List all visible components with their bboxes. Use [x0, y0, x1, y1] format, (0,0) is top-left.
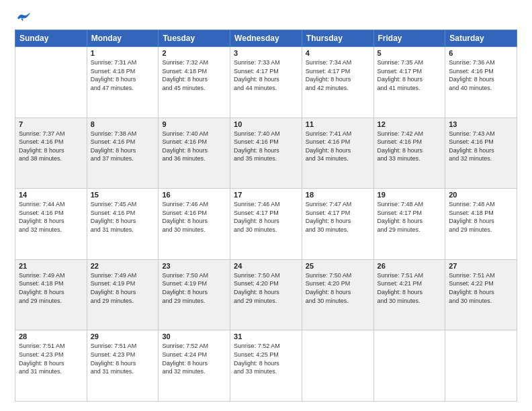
day-number: 11: [306, 120, 370, 128]
day-number: 3: [234, 49, 298, 57]
table-cell: 22Sunrise: 7:49 AM Sunset: 4:19 PM Dayli…: [87, 259, 159, 330]
table-cell: 16Sunrise: 7:46 AM Sunset: 4:16 PM Dayli…: [159, 189, 230, 260]
cell-content: Sunrise: 7:51 AM Sunset: 4:21 PM Dayligh…: [378, 271, 442, 305]
day-number: 15: [91, 191, 155, 199]
table-cell: 7Sunrise: 7:37 AM Sunset: 4:16 PM Daylig…: [15, 118, 87, 189]
cell-content: Sunrise: 7:35 AM Sunset: 4:17 PM Dayligh…: [378, 58, 442, 92]
table-cell: 6Sunrise: 7:36 AM Sunset: 4:16 PM Daylig…: [445, 47, 517, 118]
day-number: 17: [234, 191, 298, 199]
col-friday: Friday: [373, 30, 445, 47]
day-number: 16: [162, 191, 226, 199]
table-cell: 31Sunrise: 7:52 AM Sunset: 4:25 PM Dayli…: [230, 330, 302, 402]
table-cell: 18Sunrise: 7:47 AM Sunset: 4:17 PM Dayli…: [302, 189, 373, 260]
cell-content: Sunrise: 7:51 AM Sunset: 4:22 PM Dayligh…: [449, 271, 513, 305]
cell-content: Sunrise: 7:46 AM Sunset: 4:16 PM Dayligh…: [162, 200, 226, 234]
table-cell: 23Sunrise: 7:50 AM Sunset: 4:19 PM Dayli…: [159, 259, 230, 330]
day-number: 5: [378, 49, 442, 57]
table-cell: 2Sunrise: 7:32 AM Sunset: 4:18 PM Daylig…: [159, 47, 230, 118]
calendar-row: 28Sunrise: 7:51 AM Sunset: 4:23 PM Dayli…: [15, 330, 517, 402]
table-cell: 25Sunrise: 7:50 AM Sunset: 4:20 PM Dayli…: [302, 259, 373, 330]
calendar-row: 7Sunrise: 7:37 AM Sunset: 4:16 PM Daylig…: [15, 118, 517, 189]
day-number: 26: [378, 262, 442, 270]
calendar-row: 21Sunrise: 7:49 AM Sunset: 4:18 PM Dayli…: [15, 259, 517, 330]
col-sunday: Sunday: [15, 30, 87, 47]
cell-content: Sunrise: 7:52 AM Sunset: 4:24 PM Dayligh…: [162, 342, 226, 375]
cell-content: Sunrise: 7:33 AM Sunset: 4:17 PM Dayligh…: [234, 58, 298, 92]
day-number: 7: [19, 120, 83, 128]
day-number: 9: [162, 120, 226, 128]
cell-content: Sunrise: 7:51 AM Sunset: 4:23 PM Dayligh…: [19, 342, 83, 375]
day-number: 4: [306, 49, 370, 57]
day-number: 10: [234, 120, 298, 128]
table-cell: 15Sunrise: 7:45 AM Sunset: 4:16 PM Dayli…: [87, 189, 159, 260]
cell-content: Sunrise: 7:52 AM Sunset: 4:25 PM Dayligh…: [234, 342, 298, 375]
col-saturday: Saturday: [445, 30, 517, 47]
day-number: 21: [19, 262, 83, 270]
cell-content: Sunrise: 7:42 AM Sunset: 4:16 PM Dayligh…: [378, 130, 442, 163]
table-cell: [302, 330, 373, 402]
day-number: 8: [91, 120, 155, 128]
table-cell: 30Sunrise: 7:52 AM Sunset: 4:24 PM Dayli…: [159, 330, 230, 402]
day-number: 19: [378, 191, 442, 199]
cell-content: Sunrise: 7:50 AM Sunset: 4:19 PM Dayligh…: [162, 271, 226, 305]
day-number: 6: [449, 49, 513, 57]
col-thursday: Thursday: [302, 30, 373, 47]
table-cell: 4Sunrise: 7:34 AM Sunset: 4:17 PM Daylig…: [302, 47, 373, 118]
cell-content: Sunrise: 7:51 AM Sunset: 4:23 PM Dayligh…: [91, 342, 155, 375]
cell-content: Sunrise: 7:47 AM Sunset: 4:17 PM Dayligh…: [306, 200, 370, 234]
day-number: 14: [19, 191, 83, 199]
cell-content: Sunrise: 7:44 AM Sunset: 4:16 PM Dayligh…: [19, 200, 83, 234]
table-cell: 28Sunrise: 7:51 AM Sunset: 4:23 PM Dayli…: [15, 330, 87, 402]
day-number: 28: [19, 332, 83, 340]
cell-content: Sunrise: 7:46 AM Sunset: 4:17 PM Dayligh…: [234, 200, 298, 234]
cell-content: Sunrise: 7:41 AM Sunset: 4:16 PM Dayligh…: [306, 130, 370, 163]
table-cell: 27Sunrise: 7:51 AM Sunset: 4:22 PM Dayli…: [445, 259, 517, 330]
cell-content: Sunrise: 7:50 AM Sunset: 4:20 PM Dayligh…: [306, 271, 370, 305]
day-number: 20: [449, 191, 513, 199]
page: Sunday Monday Tuesday Wednesday Thursday…: [0, 0, 532, 411]
table-cell: 8Sunrise: 7:38 AM Sunset: 4:16 PM Daylig…: [87, 118, 159, 189]
table-cell: 20Sunrise: 7:48 AM Sunset: 4:18 PM Dayli…: [445, 189, 517, 260]
header: [15, 12, 517, 24]
cell-content: Sunrise: 7:45 AM Sunset: 4:16 PM Dayligh…: [91, 200, 155, 234]
table-cell: 24Sunrise: 7:50 AM Sunset: 4:20 PM Dayli…: [230, 259, 302, 330]
table-cell: [15, 47, 87, 118]
day-number: 22: [91, 262, 155, 270]
col-monday: Monday: [87, 30, 159, 47]
day-number: 27: [449, 262, 513, 270]
table-cell: 21Sunrise: 7:49 AM Sunset: 4:18 PM Dayli…: [15, 259, 87, 330]
day-number: 29: [91, 332, 155, 340]
cell-content: Sunrise: 7:34 AM Sunset: 4:17 PM Dayligh…: [306, 58, 370, 92]
table-cell: 9Sunrise: 7:40 AM Sunset: 4:16 PM Daylig…: [159, 118, 230, 189]
col-tuesday: Tuesday: [159, 30, 230, 47]
header-row: Sunday Monday Tuesday Wednesday Thursday…: [15, 30, 517, 47]
cell-content: Sunrise: 7:49 AM Sunset: 4:18 PM Dayligh…: [19, 271, 83, 305]
table-cell: [445, 330, 517, 402]
logo: [15, 12, 31, 24]
cell-content: Sunrise: 7:38 AM Sunset: 4:16 PM Dayligh…: [91, 130, 155, 163]
cell-content: Sunrise: 7:31 AM Sunset: 4:18 PM Dayligh…: [91, 58, 155, 92]
table-cell: 14Sunrise: 7:44 AM Sunset: 4:16 PM Dayli…: [15, 189, 87, 260]
day-number: 31: [234, 332, 298, 340]
cell-content: Sunrise: 7:43 AM Sunset: 4:16 PM Dayligh…: [449, 130, 513, 163]
table-cell: 19Sunrise: 7:48 AM Sunset: 4:17 PM Dayli…: [373, 189, 445, 260]
table-cell: 10Sunrise: 7:40 AM Sunset: 4:16 PM Dayli…: [230, 118, 302, 189]
day-number: 13: [449, 120, 513, 128]
cell-content: Sunrise: 7:48 AM Sunset: 4:18 PM Dayligh…: [449, 200, 513, 234]
calendar-table: Sunday Monday Tuesday Wednesday Thursday…: [15, 30, 517, 402]
day-number: 18: [306, 191, 370, 199]
calendar-row: 14Sunrise: 7:44 AM Sunset: 4:16 PM Dayli…: [15, 189, 517, 260]
table-cell: 12Sunrise: 7:42 AM Sunset: 4:16 PM Dayli…: [373, 118, 445, 189]
day-number: 25: [306, 262, 370, 270]
day-number: 12: [378, 120, 442, 128]
table-cell: 26Sunrise: 7:51 AM Sunset: 4:21 PM Dayli…: [373, 259, 445, 330]
day-number: 2: [162, 49, 226, 57]
cell-content: Sunrise: 7:40 AM Sunset: 4:16 PM Dayligh…: [234, 130, 298, 163]
table-cell: 11Sunrise: 7:41 AM Sunset: 4:16 PM Dayli…: [302, 118, 373, 189]
table-cell: 29Sunrise: 7:51 AM Sunset: 4:23 PM Dayli…: [87, 330, 159, 402]
cell-content: Sunrise: 7:32 AM Sunset: 4:18 PM Dayligh…: [162, 58, 226, 92]
table-cell: 13Sunrise: 7:43 AM Sunset: 4:16 PM Dayli…: [445, 118, 517, 189]
table-cell: 5Sunrise: 7:35 AM Sunset: 4:17 PM Daylig…: [373, 47, 445, 118]
cell-content: Sunrise: 7:40 AM Sunset: 4:16 PM Dayligh…: [162, 130, 226, 163]
table-cell: 17Sunrise: 7:46 AM Sunset: 4:17 PM Dayli…: [230, 189, 302, 260]
